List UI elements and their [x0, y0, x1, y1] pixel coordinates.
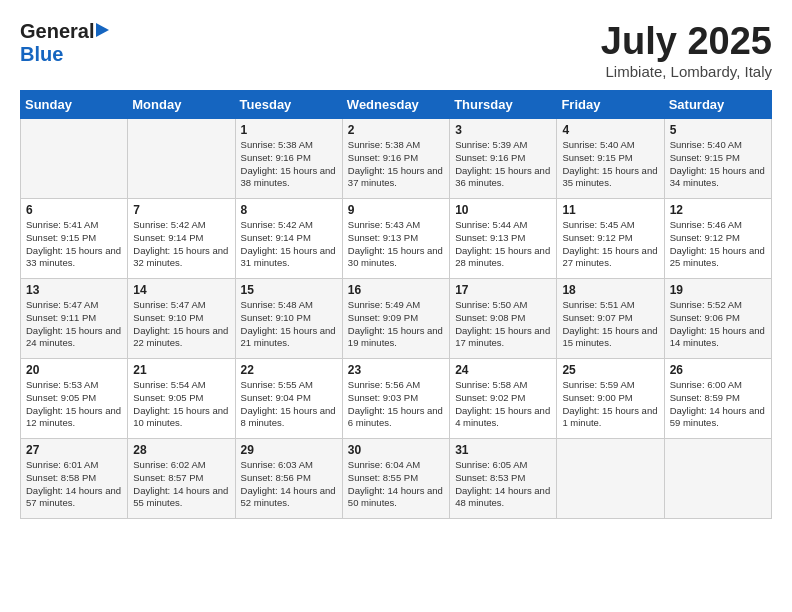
weekday-header-sunday: Sunday	[21, 91, 128, 119]
day-number: 12	[670, 203, 766, 217]
calendar-cell: 27Sunrise: 6:01 AM Sunset: 8:58 PM Dayli…	[21, 439, 128, 519]
day-number: 23	[348, 363, 444, 377]
weekday-header-monday: Monday	[128, 91, 235, 119]
calendar-week-row: 6Sunrise: 5:41 AM Sunset: 9:15 PM Daylig…	[21, 199, 772, 279]
cell-sun-info: Sunrise: 5:51 AM Sunset: 9:07 PM Dayligh…	[562, 299, 658, 350]
calendar-cell: 3Sunrise: 5:39 AM Sunset: 9:16 PM Daylig…	[450, 119, 557, 199]
calendar-cell: 7Sunrise: 5:42 AM Sunset: 9:14 PM Daylig…	[128, 199, 235, 279]
day-number: 10	[455, 203, 551, 217]
calendar-cell: 21Sunrise: 5:54 AM Sunset: 9:05 PM Dayli…	[128, 359, 235, 439]
calendar-week-row: 13Sunrise: 5:47 AM Sunset: 9:11 PM Dayli…	[21, 279, 772, 359]
day-number: 14	[133, 283, 229, 297]
calendar-cell: 8Sunrise: 5:42 AM Sunset: 9:14 PM Daylig…	[235, 199, 342, 279]
weekday-header-saturday: Saturday	[664, 91, 771, 119]
cell-sun-info: Sunrise: 6:02 AM Sunset: 8:57 PM Dayligh…	[133, 459, 229, 510]
weekday-header-tuesday: Tuesday	[235, 91, 342, 119]
day-number: 21	[133, 363, 229, 377]
cell-sun-info: Sunrise: 5:41 AM Sunset: 9:15 PM Dayligh…	[26, 219, 122, 270]
day-number: 19	[670, 283, 766, 297]
location-text: Limbiate, Lombardy, Italy	[601, 63, 772, 80]
cell-sun-info: Sunrise: 5:46 AM Sunset: 9:12 PM Dayligh…	[670, 219, 766, 270]
weekday-header-row: SundayMondayTuesdayWednesdayThursdayFrid…	[21, 91, 772, 119]
cell-sun-info: Sunrise: 5:38 AM Sunset: 9:16 PM Dayligh…	[241, 139, 337, 190]
cell-sun-info: Sunrise: 5:48 AM Sunset: 9:10 PM Dayligh…	[241, 299, 337, 350]
cell-sun-info: Sunrise: 5:38 AM Sunset: 9:16 PM Dayligh…	[348, 139, 444, 190]
calendar-cell: 14Sunrise: 5:47 AM Sunset: 9:10 PM Dayli…	[128, 279, 235, 359]
cell-sun-info: Sunrise: 5:59 AM Sunset: 9:00 PM Dayligh…	[562, 379, 658, 430]
calendar-cell: 31Sunrise: 6:05 AM Sunset: 8:53 PM Dayli…	[450, 439, 557, 519]
cell-sun-info: Sunrise: 5:45 AM Sunset: 9:12 PM Dayligh…	[562, 219, 658, 270]
month-title: July 2025	[601, 20, 772, 63]
calendar-cell: 20Sunrise: 5:53 AM Sunset: 9:05 PM Dayli…	[21, 359, 128, 439]
cell-sun-info: Sunrise: 5:53 AM Sunset: 9:05 PM Dayligh…	[26, 379, 122, 430]
title-block: July 2025 Limbiate, Lombardy, Italy	[601, 20, 772, 80]
calendar-cell	[557, 439, 664, 519]
logo: General Blue	[20, 20, 109, 66]
calendar-cell: 12Sunrise: 5:46 AM Sunset: 9:12 PM Dayli…	[664, 199, 771, 279]
calendar-cell	[664, 439, 771, 519]
cell-sun-info: Sunrise: 5:54 AM Sunset: 9:05 PM Dayligh…	[133, 379, 229, 430]
calendar-cell: 18Sunrise: 5:51 AM Sunset: 9:07 PM Dayli…	[557, 279, 664, 359]
calendar-cell: 11Sunrise: 5:45 AM Sunset: 9:12 PM Dayli…	[557, 199, 664, 279]
cell-sun-info: Sunrise: 5:49 AM Sunset: 9:09 PM Dayligh…	[348, 299, 444, 350]
day-number: 16	[348, 283, 444, 297]
calendar-cell: 1Sunrise: 5:38 AM Sunset: 9:16 PM Daylig…	[235, 119, 342, 199]
cell-sun-info: Sunrise: 5:42 AM Sunset: 9:14 PM Dayligh…	[133, 219, 229, 270]
cell-sun-info: Sunrise: 5:52 AM Sunset: 9:06 PM Dayligh…	[670, 299, 766, 350]
calendar-cell: 24Sunrise: 5:58 AM Sunset: 9:02 PM Dayli…	[450, 359, 557, 439]
cell-sun-info: Sunrise: 5:58 AM Sunset: 9:02 PM Dayligh…	[455, 379, 551, 430]
logo-arrow-icon	[96, 23, 109, 37]
calendar-cell: 13Sunrise: 5:47 AM Sunset: 9:11 PM Dayli…	[21, 279, 128, 359]
day-number: 6	[26, 203, 122, 217]
cell-sun-info: Sunrise: 6:05 AM Sunset: 8:53 PM Dayligh…	[455, 459, 551, 510]
calendar-cell: 9Sunrise: 5:43 AM Sunset: 9:13 PM Daylig…	[342, 199, 449, 279]
day-number: 4	[562, 123, 658, 137]
cell-sun-info: Sunrise: 6:03 AM Sunset: 8:56 PM Dayligh…	[241, 459, 337, 510]
day-number: 3	[455, 123, 551, 137]
calendar-week-row: 20Sunrise: 5:53 AM Sunset: 9:05 PM Dayli…	[21, 359, 772, 439]
day-number: 28	[133, 443, 229, 457]
calendar-cell: 10Sunrise: 5:44 AM Sunset: 9:13 PM Dayli…	[450, 199, 557, 279]
calendar-week-row: 1Sunrise: 5:38 AM Sunset: 9:16 PM Daylig…	[21, 119, 772, 199]
logo-general-text: General	[20, 20, 94, 43]
calendar-cell: 16Sunrise: 5:49 AM Sunset: 9:09 PM Dayli…	[342, 279, 449, 359]
day-number: 18	[562, 283, 658, 297]
day-number: 8	[241, 203, 337, 217]
calendar-cell: 6Sunrise: 5:41 AM Sunset: 9:15 PM Daylig…	[21, 199, 128, 279]
day-number: 9	[348, 203, 444, 217]
weekday-header-thursday: Thursday	[450, 91, 557, 119]
calendar-cell: 22Sunrise: 5:55 AM Sunset: 9:04 PM Dayli…	[235, 359, 342, 439]
cell-sun-info: Sunrise: 6:01 AM Sunset: 8:58 PM Dayligh…	[26, 459, 122, 510]
day-number: 17	[455, 283, 551, 297]
day-number: 26	[670, 363, 766, 377]
logo-blue-text: Blue	[20, 43, 63, 66]
cell-sun-info: Sunrise: 5:47 AM Sunset: 9:11 PM Dayligh…	[26, 299, 122, 350]
day-number: 31	[455, 443, 551, 457]
day-number: 29	[241, 443, 337, 457]
day-number: 7	[133, 203, 229, 217]
cell-sun-info: Sunrise: 5:40 AM Sunset: 9:15 PM Dayligh…	[670, 139, 766, 190]
cell-sun-info: Sunrise: 5:42 AM Sunset: 9:14 PM Dayligh…	[241, 219, 337, 270]
cell-sun-info: Sunrise: 6:00 AM Sunset: 8:59 PM Dayligh…	[670, 379, 766, 430]
day-number: 20	[26, 363, 122, 377]
cell-sun-info: Sunrise: 5:39 AM Sunset: 9:16 PM Dayligh…	[455, 139, 551, 190]
calendar-cell: 30Sunrise: 6:04 AM Sunset: 8:55 PM Dayli…	[342, 439, 449, 519]
day-number: 27	[26, 443, 122, 457]
cell-sun-info: Sunrise: 5:50 AM Sunset: 9:08 PM Dayligh…	[455, 299, 551, 350]
day-number: 2	[348, 123, 444, 137]
day-number: 11	[562, 203, 658, 217]
weekday-header-friday: Friday	[557, 91, 664, 119]
day-number: 30	[348, 443, 444, 457]
calendar-cell: 2Sunrise: 5:38 AM Sunset: 9:16 PM Daylig…	[342, 119, 449, 199]
cell-sun-info: Sunrise: 5:47 AM Sunset: 9:10 PM Dayligh…	[133, 299, 229, 350]
calendar-cell: 26Sunrise: 6:00 AM Sunset: 8:59 PM Dayli…	[664, 359, 771, 439]
calendar-cell	[128, 119, 235, 199]
day-number: 5	[670, 123, 766, 137]
calendar-cell: 19Sunrise: 5:52 AM Sunset: 9:06 PM Dayli…	[664, 279, 771, 359]
cell-sun-info: Sunrise: 5:44 AM Sunset: 9:13 PM Dayligh…	[455, 219, 551, 270]
cell-sun-info: Sunrise: 5:43 AM Sunset: 9:13 PM Dayligh…	[348, 219, 444, 270]
calendar-cell: 29Sunrise: 6:03 AM Sunset: 8:56 PM Dayli…	[235, 439, 342, 519]
calendar-cell: 17Sunrise: 5:50 AM Sunset: 9:08 PM Dayli…	[450, 279, 557, 359]
calendar-table: SundayMondayTuesdayWednesdayThursdayFrid…	[20, 90, 772, 519]
day-number: 13	[26, 283, 122, 297]
